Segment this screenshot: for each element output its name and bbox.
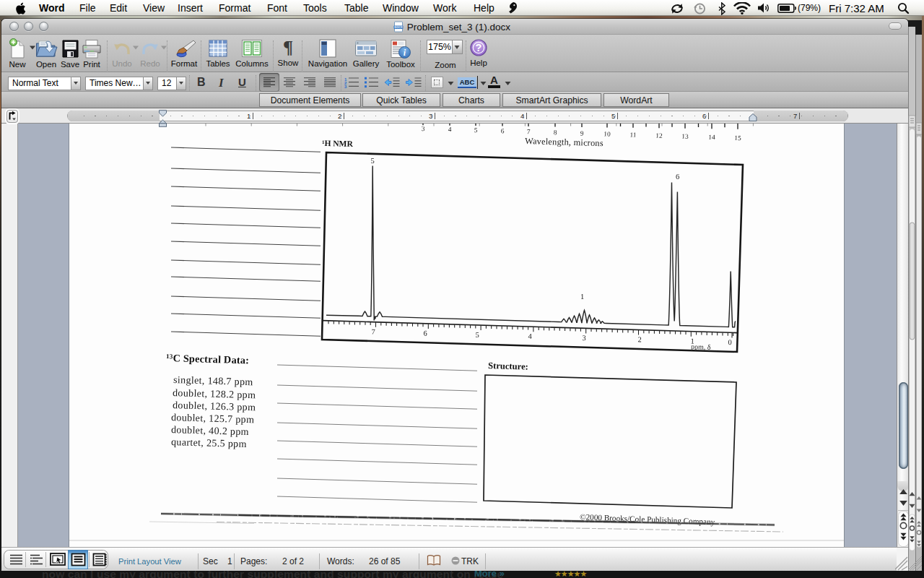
svg-text:Structure:: Structure: bbox=[488, 361, 528, 372]
svg-text:3: 3 bbox=[344, 85, 347, 88]
svg-text:7: 7 bbox=[371, 327, 375, 335]
svg-text:10: 10 bbox=[603, 130, 611, 137]
svg-text:15: 15 bbox=[734, 134, 741, 142]
svg-text:4: 4 bbox=[528, 332, 531, 340]
svg-text:11: 11 bbox=[629, 131, 637, 138]
svg-text:quartet, 25.5 ppm: quartet, 25.5 ppm bbox=[171, 436, 247, 449]
svg-text:3: 3 bbox=[582, 334, 585, 342]
svg-text:3: 3 bbox=[422, 125, 425, 132]
svg-text:9: 9 bbox=[580, 129, 584, 137]
svg-text:1: 1 bbox=[580, 293, 584, 301]
svg-text:doublet, 40.2 ppm: doublet, 40.2 ppm bbox=[171, 424, 249, 437]
svg-text:13C Spectral Data:: 13C Spectral Data: bbox=[166, 352, 249, 366]
svg-text:14: 14 bbox=[708, 134, 715, 141]
svg-text:6: 6 bbox=[501, 127, 505, 134]
svg-text:doublet, 126.3 ppm: doublet, 126.3 ppm bbox=[173, 400, 256, 413]
svg-text:12: 12 bbox=[655, 132, 663, 139]
svg-text:5: 5 bbox=[475, 331, 479, 339]
svg-text:8: 8 bbox=[554, 129, 557, 136]
svg-text:5: 5 bbox=[474, 126, 478, 134]
svg-text:6: 6 bbox=[676, 173, 679, 181]
svg-text:Wavelength, microns: Wavelength, microns bbox=[525, 136, 603, 148]
svg-text:?: ? bbox=[476, 42, 482, 53]
svg-text:doublet, 125.7 ppm: doublet, 125.7 ppm bbox=[171, 412, 255, 425]
svg-text:6: 6 bbox=[423, 329, 427, 337]
svg-text:7: 7 bbox=[527, 128, 531, 135]
svg-text:4: 4 bbox=[448, 126, 452, 133]
svg-text:DOCX: DOCX bbox=[395, 26, 403, 29]
svg-text:doublet, 128.2 ppm: doublet, 128.2 ppm bbox=[173, 387, 256, 400]
svg-text:0: 0 bbox=[728, 338, 731, 346]
svg-text:¹H NMR: ¹H NMR bbox=[322, 139, 354, 148]
svg-text:13: 13 bbox=[681, 133, 689, 140]
svg-text:singlet, 148.7 ppm: singlet, 148.7 ppm bbox=[173, 374, 253, 387]
svg-text:ppm, δ: ppm, δ bbox=[691, 342, 711, 351]
svg-text:2: 2 bbox=[637, 335, 641, 343]
svg-text:5: 5 bbox=[370, 157, 374, 165]
